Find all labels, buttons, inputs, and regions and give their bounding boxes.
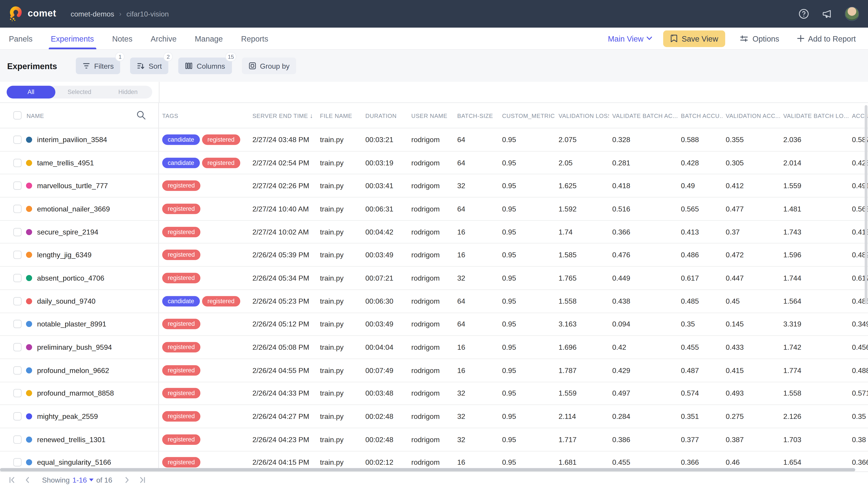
experiment-name-link[interactable]: profound_melon_9662 (37, 366, 109, 375)
cell-validation_acc: 0.387 (722, 435, 780, 444)
column-header-custom_metric[interactable]: CUSTOM_METRIC (499, 112, 555, 119)
table-row[interactable]: emotional_nailer_3669registered2/27/24 1… (0, 197, 868, 221)
announcements-icon[interactable] (822, 8, 833, 20)
column-header-user_name[interactable]: USER NAME (408, 112, 454, 119)
avatar[interactable] (845, 6, 859, 21)
tab-panels[interactable]: Panels (9, 28, 33, 49)
row-checkbox[interactable] (13, 274, 22, 282)
column-header-server_end_time[interactable]: SERVER END TIME↓ (249, 111, 317, 119)
table-row[interactable]: interim_pavilion_3584candidateregistered… (0, 128, 868, 151)
experiment-name-link[interactable]: secure_spire_2194 (37, 228, 98, 236)
columns-button[interactable]: Columns15 (178, 58, 232, 74)
table-row[interactable]: tame_trellis_4951candidateregistered2/27… (0, 151, 868, 174)
cell-server_end_time: 2/26/24 04:23 PM (249, 435, 317, 444)
horizontal-scrollbar[interactable] (0, 468, 855, 471)
column-header-validate_batch_ac[interactable]: VALIDATE BATCH AC... (609, 112, 678, 119)
experiment-name-link[interactable]: marvellous_turtle_777 (37, 182, 108, 190)
name-column-header[interactable]: NAME (0, 103, 159, 128)
experiment-name-link[interactable]: notable_plaster_8991 (37, 320, 106, 328)
segment-selected[interactable]: Selected (55, 86, 104, 98)
row-checkbox[interactable] (13, 435, 22, 444)
experiment-name-link[interactable]: mighty_peak_2559 (37, 412, 98, 421)
row-checkbox[interactable] (13, 389, 22, 398)
tab-reports[interactable]: Reports (241, 28, 268, 49)
table-row[interactable]: secure_spire_2194registered2/27/24 10:02… (0, 221, 868, 244)
table-row[interactable]: mighty_peak_2559registered2/26/24 04:27 … (0, 405, 868, 428)
experiment-name-link[interactable]: absent_portico_4706 (37, 274, 104, 282)
experiment-name-link[interactable]: profound_marmot_8858 (37, 389, 114, 398)
experiment-name-link[interactable]: renewed_trellis_1301 (37, 435, 105, 444)
tab-experiments[interactable]: Experiments (51, 28, 94, 49)
experiment-name-link[interactable]: equal_singularity_5166 (37, 458, 111, 467)
row-checkbox[interactable] (13, 205, 22, 213)
breadcrumb-project[interactable]: comet-demos (70, 10, 114, 18)
column-header-tags[interactable]: TAGS (159, 112, 249, 119)
column-header-batch_size[interactable]: BATCH-SIZE (454, 112, 499, 119)
row-checkbox[interactable] (13, 297, 22, 305)
table-row[interactable]: profound_marmot_8858registered2/26/24 04… (0, 382, 868, 405)
cell-batch_accu: 0.413 (678, 228, 722, 236)
pagination-range-dropdown[interactable]: 1-16 (72, 476, 94, 484)
table-row[interactable]: preliminary_bush_9594registered2/26/24 0… (0, 336, 868, 359)
help-icon[interactable] (798, 8, 809, 20)
comet-logo[interactable]: comet (9, 6, 56, 22)
column-header-validation_loss[interactable]: VALIDATION LOSS (555, 112, 609, 119)
experiment-name-link[interactable]: preliminary_bush_9594 (37, 343, 112, 351)
cell-validation_acc: 0.433 (722, 343, 780, 351)
experiment-name-link[interactable]: emotional_nailer_3669 (37, 205, 110, 213)
row-checkbox[interactable] (13, 135, 22, 144)
table-row[interactable]: marvellous_turtle_777registered2/27/24 0… (0, 174, 868, 197)
row-checkbox[interactable] (13, 251, 22, 259)
first-page-icon[interactable] (8, 475, 17, 485)
sort-button[interactable]: Sort2 (130, 58, 168, 74)
filters-button[interactable]: Filters1 (76, 58, 121, 74)
vertical-scrollbar[interactable] (865, 105, 867, 304)
tab-notes[interactable]: Notes (112, 28, 132, 49)
row-checkbox[interactable] (13, 343, 22, 351)
column-header-batch_accu[interactable]: BATCH ACCU... (678, 112, 722, 119)
cell-batch_accu: 0.617 (678, 274, 722, 282)
row-checkbox[interactable] (13, 159, 22, 167)
select-all-checkbox[interactable] (13, 111, 22, 120)
cell-batch_size: 16 (454, 228, 499, 236)
segment-hidden[interactable]: Hidden (104, 86, 152, 98)
options-label: Options (752, 34, 779, 43)
last-page-icon[interactable] (137, 475, 147, 485)
cell-validation_acc: 0.493 (722, 389, 780, 398)
column-header-validation_acc[interactable]: VALIDATION ACC... (722, 112, 780, 119)
column-header-duration[interactable]: DURATION (362, 112, 408, 119)
table-row[interactable]: notable_plaster_8991registered2/26/24 05… (0, 313, 868, 336)
segment-all[interactable]: All (6, 86, 55, 98)
row-checkbox[interactable] (13, 458, 22, 467)
experiment-name-link[interactable]: daily_sound_9740 (37, 297, 95, 305)
experiment-name-link[interactable]: tame_trellis_4951 (37, 159, 94, 167)
table-row[interactable]: profound_melon_9662registered2/26/24 04:… (0, 359, 868, 382)
tab-archive[interactable]: Archive (151, 28, 177, 49)
search-icon[interactable] (136, 110, 146, 120)
table-row[interactable]: lengthy_jig_6349registered2/26/24 05:39 … (0, 244, 868, 267)
experiment-name-link[interactable]: interim_pavilion_3584 (37, 135, 107, 144)
row-checkbox[interactable] (13, 228, 22, 236)
group-by-button[interactable]: Group by (242, 58, 296, 74)
save-view-button[interactable]: Save View (663, 30, 725, 46)
cell-duration: 00:03:41 (362, 182, 408, 190)
row-checkbox[interactable] (13, 412, 22, 421)
next-page-icon[interactable] (122, 475, 132, 485)
table-row[interactable]: absent_portico_4706registered2/26/24 05:… (0, 267, 868, 290)
row-checkbox[interactable] (13, 366, 22, 375)
table-row[interactable]: renewed_trellis_1301registered2/26/24 04… (0, 428, 868, 451)
row-checkbox[interactable] (13, 182, 22, 190)
options-button[interactable]: Options (737, 33, 782, 43)
column-header-validate_batch_lo[interactable]: VALIDATE BATCH LO... (780, 112, 849, 119)
main-view-dropdown[interactable]: Main View (608, 34, 652, 43)
cell-file_name: train.py (317, 159, 362, 167)
row-checkbox[interactable] (13, 320, 22, 328)
cell-batch_accu: 0.455 (678, 343, 722, 351)
table-row[interactable]: daily_sound_9740candidateregistered2/26/… (0, 290, 868, 313)
tab-manage[interactable]: Manage (195, 28, 223, 49)
prev-page-icon[interactable] (23, 475, 32, 485)
column-header-file_name[interactable]: FILE NAME (317, 112, 362, 119)
add-to-report-button[interactable]: Add to Report (794, 33, 859, 43)
experiment-name-link[interactable]: lengthy_jig_6349 (37, 251, 92, 259)
cell-validation_loss: 1.765 (555, 274, 609, 282)
